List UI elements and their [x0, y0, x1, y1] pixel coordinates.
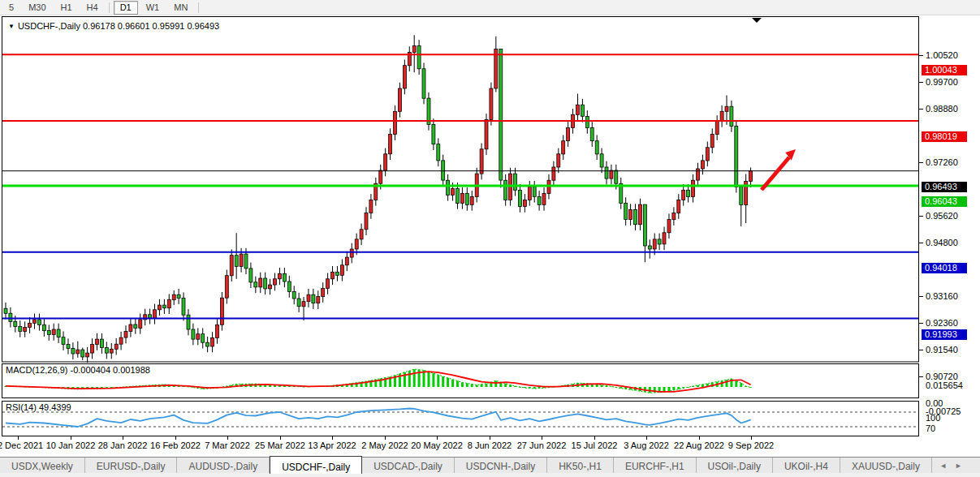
candle: [658, 234, 661, 251]
main-panel-border: [2, 17, 919, 363]
candle: [499, 49, 503, 188]
price-axis[interactable]: 1.005200.997000.988800.972600.956200.948…: [919, 16, 980, 457]
candle: [576, 94, 580, 122]
candle: [427, 92, 430, 131]
trend-arrow-object[interactable]: [762, 149, 796, 190]
chart-title: ▼USDCHF-,Daily 0.96178 0.96601 0.95991 0…: [8, 21, 219, 31]
price-badge-0.96043: 0.96043: [922, 196, 967, 207]
price-tick-mark: [919, 109, 923, 110]
tab-scroll-left-icon[interactable]: ◄: [939, 462, 947, 470]
date-label: 20 May 2022: [411, 440, 463, 450]
date-axis[interactable]: 22 Dec 202110 Jan 202228 Jan 202216 Feb …: [0, 436, 980, 457]
chart-title-ohlc: 0.96178 0.96601 0.95991 0.96493: [83, 21, 219, 31]
date-label: 15 Jul 2022: [572, 440, 618, 450]
tab-usdcnh-daily[interactable]: USDCNH-,Daily: [455, 458, 547, 474]
tab-usdx-weekly[interactable]: USDX,Weekly: [0, 458, 85, 474]
candle: [177, 289, 180, 304]
price-tick-mark: [919, 350, 923, 350]
candle: [4, 303, 7, 320]
candle: [297, 293, 300, 312]
candle: [134, 319, 137, 334]
tab-eurusd-daily[interactable]: EURUSD-,Daily: [85, 458, 178, 474]
price-tick-label: 0.97260: [926, 157, 958, 167]
date-label: 2 May 2022: [361, 440, 408, 450]
price-tick-label: 1.00520: [926, 50, 958, 60]
price-badge-0.98019: 0.98019: [922, 131, 967, 142]
candle: [350, 243, 353, 264]
candle: [100, 333, 103, 354]
candle: [187, 309, 190, 335]
candle: [62, 331, 65, 350]
price-tick-label: 0.94800: [926, 238, 958, 247]
candle: [542, 187, 546, 211]
candle: [735, 120, 738, 192]
timeframe-button-h4[interactable]: H4: [80, 1, 105, 15]
candle: [595, 135, 598, 160]
candle: [57, 324, 60, 343]
tab-usdcad-daily[interactable]: USDCAD-,Daily: [362, 458, 455, 474]
timeframe-button-h1[interactable]: H1: [54, 1, 79, 15]
candle: [24, 321, 27, 337]
timeframe-button-w1[interactable]: W1: [140, 1, 166, 15]
chart-shift-marker-icon: [752, 18, 762, 23]
tab-usdchf-daily[interactable]: USDCHF-,Daily: [270, 456, 362, 474]
candle: [394, 105, 397, 140]
candle: [225, 270, 228, 304]
date-tick-mark: [490, 436, 490, 440]
candle: [485, 114, 488, 155]
timeframe-button-5[interactable]: 5: [2, 1, 20, 15]
candle: [28, 317, 32, 333]
candle: [465, 187, 468, 211]
symbol-dropdown-icon[interactable]: ▼: [8, 23, 15, 30]
candle: [47, 324, 50, 340]
timeframe-button-m30[interactable]: M30: [22, 1, 52, 15]
date-label: 22 Dec 2021: [0, 440, 43, 450]
candle: [365, 207, 368, 235]
candle: [648, 239, 651, 258]
candle: [211, 332, 214, 352]
candle: [360, 224, 363, 246]
candle: [235, 233, 238, 279]
candle: [76, 342, 80, 358]
date-tick-mark: [175, 436, 176, 440]
candle: [307, 289, 310, 307]
date-label: 28 Jan 2022: [98, 440, 148, 450]
candle: [745, 174, 748, 224]
chart-tab-bar: USDX,WeeklyEURUSD-,DailyAUDUSD-,DailyUSD…: [0, 457, 980, 474]
tab-hk50-h1[interactable]: HK50-,H1: [547, 458, 614, 474]
candle: [259, 273, 262, 294]
tab-xauusd-daily[interactable]: XAUUSD-,Daily: [840, 458, 932, 474]
toolbar-separator: [198, 2, 199, 13]
candle: [220, 292, 223, 331]
tab-eurchf-h1[interactable]: EURCHF-,H1: [614, 458, 697, 474]
candle: [345, 251, 348, 271]
candle: [196, 328, 200, 345]
tab-audusd-daily[interactable]: AUDUSD-,Daily: [177, 458, 270, 474]
date-label: 9 Sep 2022: [728, 440, 774, 450]
candle: [172, 290, 175, 305]
candle: [398, 83, 401, 118]
price-tick-mark: [919, 243, 923, 243]
date-tick-mark: [542, 436, 542, 440]
tab-ukoil-h4[interactable]: UKOil-,H4: [773, 458, 840, 474]
date-label: 16 Feb 2022: [150, 440, 201, 450]
tab-usoil-daily[interactable]: USOil-,Daily: [697, 458, 773, 474]
date-label: 27 Jun 2022: [517, 440, 567, 450]
price-tick-mark: [919, 323, 923, 324]
candle: [518, 184, 521, 213]
candle: [52, 324, 55, 341]
candle: [162, 299, 166, 314]
macd-axis-label: 0.015654: [926, 380, 963, 390]
timeframe-button-d1[interactable]: D1: [114, 1, 138, 15]
price-tick-label: 0.98880: [926, 104, 958, 114]
timeframe-button-mn[interactable]: MN: [167, 1, 194, 15]
price-tick-mark: [919, 82, 923, 83]
candle: [192, 324, 195, 346]
candle: [537, 191, 541, 211]
timeframe-toolbar: 5M30H1H4D1W1MN: [0, 0, 980, 15]
candle: [312, 289, 315, 309]
tab-scroll-right-icon[interactable]: ►: [955, 462, 962, 470]
candle: [389, 128, 392, 160]
candle: [42, 319, 45, 337]
candle: [302, 297, 305, 320]
